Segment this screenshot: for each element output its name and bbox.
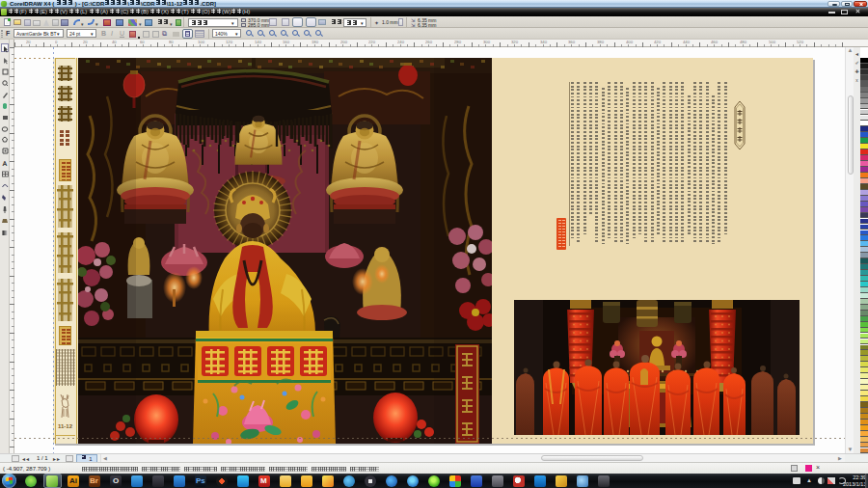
svg-text:A: A xyxy=(3,160,8,167)
